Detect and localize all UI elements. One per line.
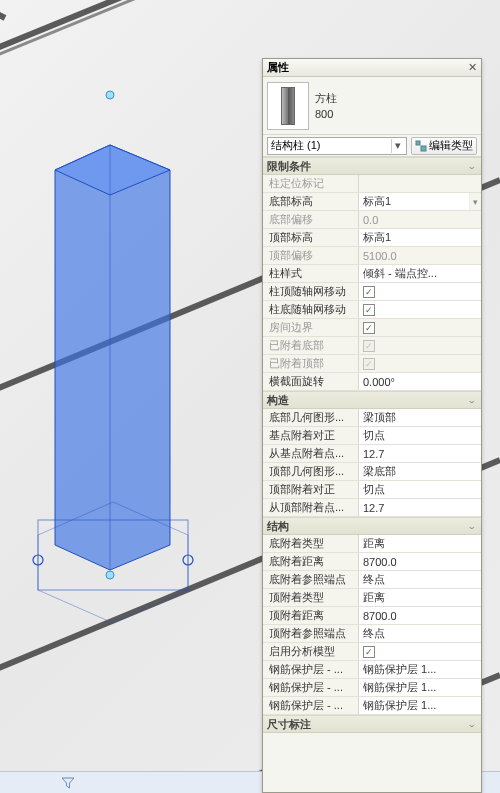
svg-rect-15 <box>416 141 420 145</box>
property-row: 横截面旋转0.000° <box>263 373 481 391</box>
family-name: 方柱 <box>315 91 337 106</box>
property-value[interactable]: 0.000° <box>359 373 481 390</box>
property-row: 底部标高标高1▾ <box>263 193 481 211</box>
property-row: 底部偏移0.0 <box>263 211 481 229</box>
svg-line-0 <box>0 0 200 55</box>
property-value[interactable]: ✓ <box>359 643 481 660</box>
chevron-down-icon[interactable]: ▾ <box>391 139 403 153</box>
property-value: 5100.0 <box>359 247 481 264</box>
edit-type-icon <box>415 140 427 152</box>
property-name: 柱样式 <box>263 265 359 282</box>
property-name: 钢筋保护层 - ... <box>263 661 359 678</box>
property-row: 顶附着参照端点终点 <box>263 625 481 643</box>
property-row: 钢筋保护层 - ...钢筋保护层 1... <box>263 661 481 679</box>
chevron-down-icon[interactable]: ▾ <box>469 193 481 210</box>
property-name: 房间边界 <box>263 319 359 336</box>
property-name: 钢筋保护层 - ... <box>263 697 359 714</box>
property-value: ✓ <box>359 337 481 354</box>
section-header[interactable]: 尺寸标注⌄ <box>263 715 481 733</box>
property-name: 底附着类型 <box>263 535 359 552</box>
property-name: 基点附着对正 <box>263 427 359 444</box>
checkbox[interactable]: ✓ <box>363 286 375 298</box>
property-value[interactable]: ✓ <box>359 301 481 318</box>
property-value[interactable]: 切点 <box>359 481 481 498</box>
close-icon[interactable]: ✕ <box>465 61 479 75</box>
checkbox[interactable]: ✓ <box>363 304 375 316</box>
instance-selector[interactable]: 结构柱 (1) ▾ <box>267 137 407 155</box>
section-header[interactable]: 限制条件⌄ <box>263 157 481 175</box>
property-row: 基点附着对正切点 <box>263 427 481 445</box>
property-value[interactable]: 梁底部 <box>359 463 481 480</box>
property-name: 启用分析模型 <box>263 643 359 660</box>
property-value <box>359 175 481 192</box>
property-value[interactable]: 12.7 <box>359 445 481 462</box>
property-value[interactable]: 钢筋保护层 1... <box>359 679 481 696</box>
property-value[interactable]: 距离 <box>359 535 481 552</box>
svg-line-1 <box>0 0 5 18</box>
section-header[interactable]: 结构⌄ <box>263 517 481 535</box>
property-row: 从顶部附着点...12.7 <box>263 499 481 517</box>
property-name: 柱定位标记 <box>263 175 359 192</box>
checkbox[interactable]: ✓ <box>363 646 375 658</box>
property-name: 底附着距离 <box>263 553 359 570</box>
property-row: 顶部偏移5100.0 <box>263 247 481 265</box>
edit-type-button[interactable]: 编辑类型 <box>411 137 477 155</box>
collapse-icon[interactable]: ⌄ <box>465 719 477 728</box>
property-row: 底附着参照端点终点 <box>263 571 481 589</box>
property-name: 钢筋保护层 - ... <box>263 679 359 696</box>
property-name: 已附着顶部 <box>263 355 359 372</box>
checkbox[interactable]: ✓ <box>363 322 375 334</box>
property-value[interactable]: 标高1 <box>359 229 481 246</box>
property-name: 顶附着距离 <box>263 607 359 624</box>
svg-marker-6 <box>55 145 170 570</box>
checkbox: ✓ <box>363 340 375 352</box>
instance-selector-label: 结构柱 (1) <box>271 138 321 153</box>
checkbox: ✓ <box>363 358 375 370</box>
property-row: 已附着底部✓ <box>263 337 481 355</box>
svg-rect-16 <box>421 146 426 151</box>
panel-titlebar[interactable]: 属性 ✕ <box>263 59 481 77</box>
property-value[interactable]: 8700.0 <box>359 607 481 624</box>
property-value[interactable]: 8700.0 <box>359 553 481 570</box>
property-value[interactable]: 钢筋保护层 1... <box>359 697 481 714</box>
property-name: 底部偏移 <box>263 211 359 228</box>
collapse-icon[interactable]: ⌄ <box>465 521 477 530</box>
property-value: 0.0 <box>359 211 481 228</box>
property-value[interactable]: 钢筋保护层 1... <box>359 661 481 678</box>
property-row: 钢筋保护层 - ...钢筋保护层 1... <box>263 679 481 697</box>
property-value[interactable]: ✓ <box>359 283 481 300</box>
property-row: 底附着类型距离 <box>263 535 481 553</box>
property-name: 顶附着参照端点 <box>263 625 359 642</box>
property-name: 底部几何图形... <box>263 409 359 426</box>
collapse-icon[interactable]: ⌄ <box>465 161 477 170</box>
edit-type-label: 编辑类型 <box>429 138 473 153</box>
collapse-icon[interactable]: ⌄ <box>465 395 477 404</box>
property-name: 顶部几何图形... <box>263 463 359 480</box>
section-title: 构造 <box>267 393 289 408</box>
property-name: 顶部标高 <box>263 229 359 246</box>
property-value[interactable]: 倾斜 - 端点控... <box>359 265 481 282</box>
property-name: 柱顶随轴网移动 <box>263 283 359 300</box>
property-name: 从顶部附着点... <box>263 499 359 516</box>
filter-icon[interactable] <box>60 775 76 791</box>
property-value[interactable]: 终点 <box>359 625 481 642</box>
property-row: 底附着距离8700.0 <box>263 553 481 571</box>
property-name: 底附着参照端点 <box>263 571 359 588</box>
property-row: 柱样式倾斜 - 端点控... <box>263 265 481 283</box>
property-name: 已附着底部 <box>263 337 359 354</box>
property-value[interactable]: 距离 <box>359 589 481 606</box>
property-name: 横截面旋转 <box>263 373 359 390</box>
property-row: 顶附着类型距离 <box>263 589 481 607</box>
property-grid[interactable]: 限制条件⌄柱定位标记底部标高标高1▾底部偏移0.0顶部标高标高1顶部偏移5100… <box>263 157 481 792</box>
property-value[interactable]: 梁顶部 <box>359 409 481 426</box>
instance-bar: 结构柱 (1) ▾ 编辑类型 <box>263 135 481 157</box>
property-value[interactable]: 标高1 <box>359 193 469 210</box>
type-selector[interactable]: 方柱 800 <box>263 77 481 135</box>
section-header[interactable]: 构造⌄ <box>263 391 481 409</box>
svg-point-12 <box>106 571 114 579</box>
property-row: 顶附着距离8700.0 <box>263 607 481 625</box>
property-value[interactable]: 12.7 <box>359 499 481 516</box>
property-row: 已附着顶部✓ <box>263 355 481 373</box>
property-value[interactable]: 终点 <box>359 571 481 588</box>
property-value[interactable]: 切点 <box>359 427 481 444</box>
